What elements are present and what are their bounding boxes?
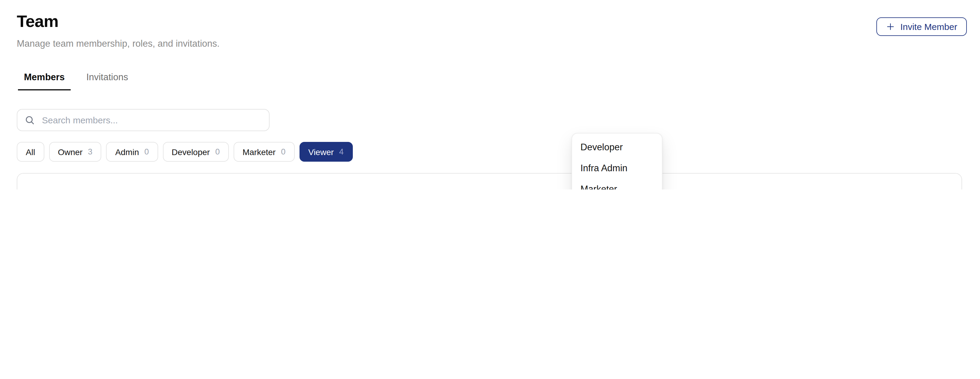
filter-chip-count: 0 <box>215 147 220 156</box>
dropdown-option-label: Developer <box>581 141 623 152</box>
tab-invitations[interactable]: Invitations <box>80 72 134 90</box>
search-bar <box>17 109 270 131</box>
dropdown-option-marketer[interactable]: Marketer <box>572 178 662 190</box>
filter-chip-count: 4 <box>339 147 344 156</box>
role-filter-bar: All Owner 3 Admin 0 Developer 0 Marketer… <box>17 142 353 162</box>
search-input[interactable] <box>41 114 262 126</box>
tab-bar: MembersInvitations <box>18 72 134 90</box>
plus-icon <box>886 22 895 31</box>
filter-chip-marketer[interactable]: Marketer 0 <box>234 142 295 162</box>
filter-chip-developer[interactable]: Developer 0 <box>162 142 229 162</box>
filter-chip-count: 0 <box>144 147 149 156</box>
page-title: Team <box>17 12 59 31</box>
page-subtitle: Manage team membership, roles, and invit… <box>17 38 220 49</box>
filter-chip-all[interactable]: All <box>17 142 44 162</box>
filter-chip-label: All <box>26 147 35 157</box>
role-dropdown-menu: Developer Infra Admin Marketer Org Admin… <box>571 133 662 190</box>
dropdown-option-label: Infra Admin <box>581 163 627 173</box>
filter-chip-label: Admin <box>115 147 139 157</box>
filter-chip-viewer[interactable]: Viewer 4 <box>299 142 353 162</box>
tab-members[interactable]: Members <box>18 72 71 90</box>
dropdown-option-label: Marketer <box>581 184 617 190</box>
filter-chip-label: Developer <box>172 147 210 157</box>
table-header-row: Member Email Joined <box>18 174 961 190</box>
members-table: Member Email Joined AC Alex Chen alex.ch… <box>17 173 962 190</box>
filter-chip-owner[interactable]: Owner 3 <box>49 142 102 162</box>
filter-chip-count: 0 <box>281 147 285 156</box>
filter-chip-label: Viewer <box>308 147 334 157</box>
dropdown-option-infra-admin[interactable]: Infra Admin <box>572 157 662 178</box>
filter-chip-admin[interactable]: Admin 0 <box>106 142 158 162</box>
invite-member-label: Invite Member <box>900 22 957 32</box>
filter-chip-count: 3 <box>88 147 92 156</box>
filter-chip-label: Marketer <box>243 147 275 157</box>
search-icon <box>25 115 35 125</box>
dropdown-option-developer[interactable]: Developer <box>572 136 662 157</box>
invite-member-button[interactable]: Invite Member <box>877 17 967 36</box>
team-page: Team Manage team membership, roles, and … <box>0 0 980 190</box>
filter-chip-label: Owner <box>58 147 83 157</box>
